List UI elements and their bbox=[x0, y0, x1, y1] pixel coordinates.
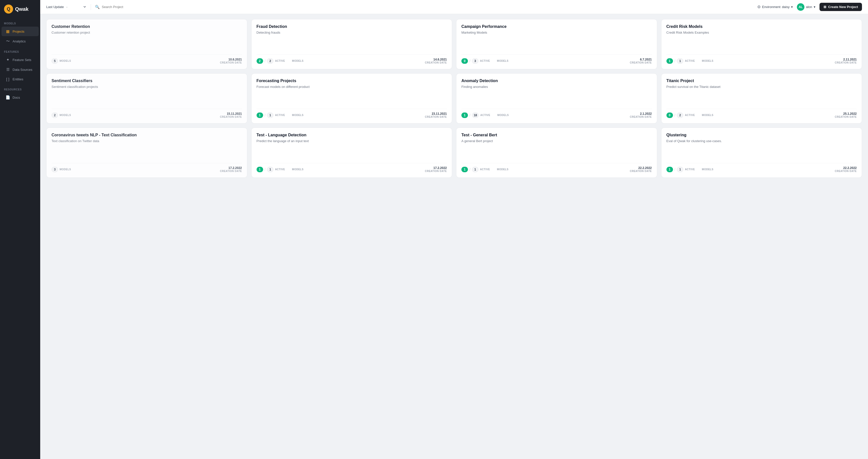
project-card-fraud-detection[interactable]: Fraud Detection Detecting frauds 2 / 2 A… bbox=[251, 19, 452, 69]
card-title: Campaign Performance bbox=[461, 24, 652, 29]
project-card-qlustering[interactable]: Qlustering Eval of Qwak for clustering u… bbox=[661, 128, 862, 178]
date-info: 22.2.2022 CREATION DATE bbox=[630, 166, 652, 172]
sidebar-item-label: Docs bbox=[12, 96, 20, 99]
stats-labels: ACTIVE MODELS bbox=[275, 114, 303, 117]
filter-select[interactable]: - Last Week Last Month bbox=[65, 5, 87, 9]
logo-icon: Q bbox=[4, 4, 13, 13]
card-footer: 5 MODELS 10.6.2021 CREATION DATE bbox=[52, 55, 242, 64]
project-card-test-language-detection[interactable]: Test - Language Detection Predict the la… bbox=[251, 128, 452, 178]
project-card-coronavirus-nlp[interactable]: Coronavirus tweets NLP - Text Classifica… bbox=[46, 128, 247, 178]
active-label: ACTIVE bbox=[685, 168, 695, 171]
card-footer: 1 / 18 ACTIVE MODELS 2.1.2022 CREATION D… bbox=[461, 109, 652, 118]
card-desc: Detecting frauds bbox=[256, 30, 447, 50]
date-info: 25.1.2022 CREATION DATE bbox=[835, 112, 857, 118]
card-desc: A general Bert project bbox=[461, 139, 652, 158]
sidebar-item-feature-sets[interactable]: ✦ Feature Sets bbox=[1, 55, 39, 65]
card-title: Customer Retention bbox=[52, 24, 242, 29]
sidebar-item-projects[interactable]: ▦ Projects bbox=[1, 27, 39, 36]
stats-labels: MODELS bbox=[60, 168, 71, 171]
date-value: 15.11.2021 bbox=[220, 112, 242, 116]
models-badge: 18 bbox=[472, 112, 479, 118]
environment-selector[interactable]: ⚙ Environment daisy ▾ bbox=[757, 4, 793, 9]
grid-icon: ▦ bbox=[5, 29, 10, 34]
sidebar-item-label: Analytics bbox=[12, 39, 26, 43]
sidebar: Q Qwak MODELS ▦ Projects 〜 Analytics FEA… bbox=[0, 0, 40, 459]
create-btn-label: Create New Project bbox=[828, 5, 858, 9]
search-icon: 🔍 bbox=[95, 5, 100, 9]
card-footer: 0 / 2 ACTIVE MODELS 25.1.2022 CREATION D… bbox=[666, 109, 857, 118]
models-label: MODELS bbox=[60, 60, 71, 62]
sidebar-item-analytics[interactable]: 〜 Analytics bbox=[1, 36, 39, 46]
date-label: CREATION DATE bbox=[630, 116, 652, 118]
active-label: ACTIVE bbox=[275, 114, 285, 117]
date-label: CREATION DATE bbox=[425, 116, 447, 118]
docs-icon: 📄 bbox=[5, 95, 10, 100]
section-label-features: FEATURES bbox=[0, 46, 40, 55]
project-card-titanic-project[interactable]: Titanic Project Predict survival on the … bbox=[661, 73, 862, 124]
models-label: MODELS bbox=[497, 114, 509, 117]
card-footer: 0 / 3 ACTIVE MODELS 6.7.2021 CREATION DA… bbox=[461, 55, 652, 64]
models-badge: 1 bbox=[472, 167, 478, 172]
date-label: CREATION DATE bbox=[835, 170, 857, 172]
project-card-customer-retention[interactable]: Customer Retention Customer retention pr… bbox=[46, 19, 247, 69]
project-card-campaign-performance[interactable]: Campaign Performance Marketing Models 0 … bbox=[456, 19, 657, 69]
models-label: MODELS bbox=[292, 114, 304, 117]
date-value: 2.11.2021 bbox=[835, 58, 857, 61]
project-card-sentiment-classifiers[interactable]: Sentiment Classifiers Sentiment classifi… bbox=[46, 73, 247, 124]
date-info: 2.11.2021 CREATION DATE bbox=[835, 58, 857, 64]
filter-label: Last Update bbox=[46, 5, 64, 9]
user-info[interactable]: AL alon ▾ bbox=[797, 3, 815, 11]
date-info: 22.2.2022 CREATION DATE bbox=[835, 166, 857, 172]
card-stats: 0 / 2 ACTIVE MODELS bbox=[666, 112, 713, 118]
date-info: 17.2.2022 CREATION DATE bbox=[220, 166, 242, 172]
filter-control[interactable]: Last Update - Last Week Last Month bbox=[46, 5, 87, 9]
active-label: ACTIVE bbox=[480, 114, 490, 117]
sidebar-item-entities[interactable]: [ ] Entities bbox=[1, 74, 39, 84]
card-footer: 1 / 1 ACTIVE MODELS 22.2.2022 CREATION D… bbox=[666, 163, 857, 172]
content-area: Customer Retention Customer retention pr… bbox=[40, 14, 868, 459]
card-stats: 3 MODELS bbox=[52, 167, 71, 172]
card-title: Sentiment Classifiers bbox=[52, 78, 242, 83]
section-label-models: MODELS bbox=[0, 18, 40, 26]
stat-divider: / bbox=[265, 167, 266, 171]
card-footer: 2 / 2 ACTIVE MODELS 14.6.2021 CREATION D… bbox=[256, 55, 447, 64]
projects-grid: Customer Retention Customer retention pr… bbox=[46, 19, 862, 178]
analytics-icon: 〜 bbox=[5, 39, 10, 44]
create-icon: ⊞ bbox=[824, 5, 826, 9]
create-new-project-button[interactable]: ⊞ Create New Project bbox=[819, 3, 862, 11]
models-label: MODELS bbox=[702, 168, 713, 171]
project-card-forecasting-projects[interactable]: Forecasting Projects Forecast models on … bbox=[251, 73, 452, 124]
date-value: 23.11.2021 bbox=[425, 112, 447, 116]
sidebar-item-docs[interactable]: 📄 Docs bbox=[1, 93, 39, 102]
stat-divider: / bbox=[675, 59, 676, 63]
card-desc: Sentiment classification projects bbox=[52, 85, 242, 104]
card-stats: 1 / 18 ACTIVE MODELS bbox=[461, 112, 509, 118]
stat-divider: / bbox=[469, 113, 470, 117]
search-input[interactable] bbox=[102, 5, 753, 9]
card-footer: 1 / 1 ACTIVE MODELS 22.2.2022 CREATION D… bbox=[461, 163, 652, 172]
search-box: 🔍 bbox=[95, 5, 753, 9]
sidebar-section-resources: RESOURCES 📄 Docs bbox=[0, 84, 40, 102]
project-card-anomaly-detection[interactable]: Anomaly Detection Finding anomalies 1 / … bbox=[456, 73, 657, 124]
card-footer: 1 / 1 ACTIVE MODELS 23.11.2021 CREATION … bbox=[256, 109, 447, 118]
models-badge: 1 bbox=[677, 167, 683, 172]
sidebar-item-data-sources[interactable]: ☰ Data Sources bbox=[1, 65, 39, 74]
project-card-test-general-bert[interactable]: Test - General Bert A general Bert proje… bbox=[456, 128, 657, 178]
models-label: MODELS bbox=[292, 168, 304, 171]
models-badge: 2 bbox=[52, 112, 58, 118]
stats-labels: ACTIVE MODELS bbox=[480, 60, 508, 62]
stats-labels: ACTIVE MODELS bbox=[275, 60, 303, 62]
card-footer: 1 / 1 ACTIVE MODELS 2.11.2021 CREATION D… bbox=[666, 55, 857, 64]
card-desc: Predict the language of an input text bbox=[256, 139, 447, 158]
card-desc: Eval of Qwak for clustering use-cases. bbox=[666, 139, 857, 158]
env-label: Environment bbox=[762, 5, 780, 9]
stats-labels: ACTIVE MODELS bbox=[685, 168, 713, 171]
data-sources-icon: ☰ bbox=[5, 67, 10, 72]
logo-area[interactable]: Q Qwak bbox=[0, 0, 40, 18]
stats-labels: MODELS bbox=[60, 60, 71, 62]
card-stats: 1 / 1 ACTIVE MODELS bbox=[666, 58, 713, 64]
logo-text: Qwak bbox=[15, 6, 28, 12]
date-label: CREATION DATE bbox=[835, 116, 857, 118]
project-card-credit-risk-models[interactable]: Credit Risk Models Credit Risk Models Ex… bbox=[661, 19, 862, 69]
stats-labels: ACTIVE MODELS bbox=[480, 114, 509, 117]
